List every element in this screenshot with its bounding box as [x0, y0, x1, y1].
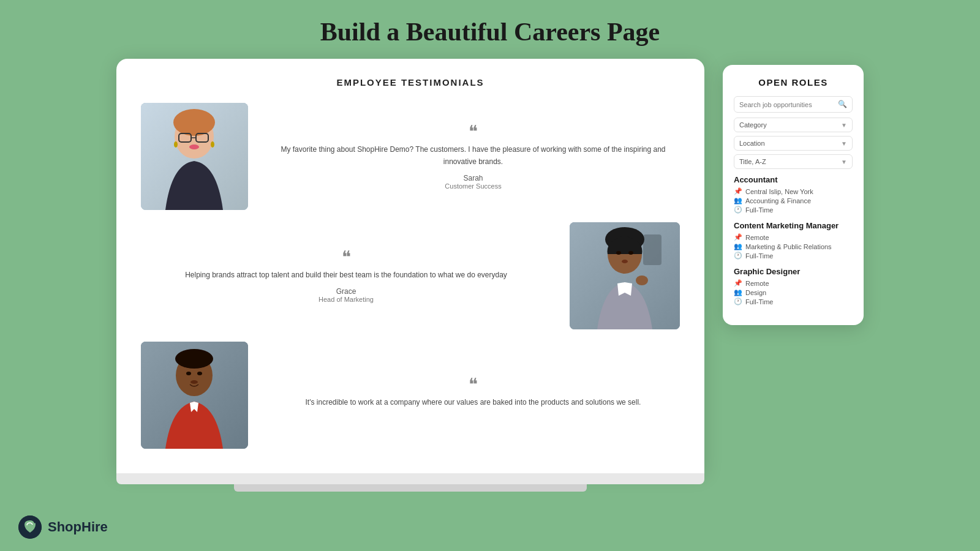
job-type-detail: 🕐 Full-Time — [734, 298, 853, 305]
job-title: Graphic Designer — [734, 267, 853, 276]
search-bar[interactable]: 🔍 — [734, 96, 853, 113]
job-listing-accountant[interactable]: Accountant 📌 Central Islip, New York 👥 A… — [734, 175, 853, 214]
title-filter[interactable]: Title, A-Z ▼ — [734, 154, 853, 169]
job-location-detail: 📌 Remote — [734, 279, 853, 287]
location-filter[interactable]: Location ▼ — [734, 136, 853, 151]
svg-point-23 — [186, 372, 191, 375]
testimonial-text-man: ❝ It's incredible to work at a company w… — [266, 370, 680, 421]
job-type-detail: 🕐 Full-Time — [734, 206, 853, 214]
job-title: Accountant — [734, 175, 853, 184]
job-listing-graphic-designer[interactable]: Graphic Designer 📌 Remote 👥 Design 🕐 Ful… — [734, 267, 853, 305]
logo-text: ShopHire — [48, 519, 108, 535]
people-icon: 👥 — [734, 197, 742, 204]
quote-body-grace: Helping brands attract top talent and bu… — [153, 269, 539, 281]
quote-body-sarah: My favorite thing about ShopHire Demo? T… — [279, 144, 668, 167]
open-roles-title: OPEN ROLES — [734, 77, 853, 88]
testimonial-photo-man — [141, 342, 248, 449]
job-category: Marketing & Public Relations — [745, 243, 832, 250]
quote-role-sarah: Customer Success — [279, 182, 668, 190]
job-listing-content-manager[interactable]: Content Marketing Manager 📌 Remote 👥 Mar… — [734, 221, 853, 260]
shophire-logo: ShopHire — [18, 515, 108, 539]
chevron-down-icon: ▼ — [841, 140, 847, 147]
job-category: Accounting & Finance — [745, 197, 811, 204]
job-category-detail: 👥 Marketing & Public Relations — [734, 242, 853, 250]
quote-mark-grace: ❝ — [153, 249, 539, 266]
people-icon: 👥 — [734, 288, 742, 296]
job-type: Full-Time — [745, 298, 773, 305]
page-title: Build a Beautiful Careers Page — [0, 0, 980, 59]
svg-point-17 — [622, 260, 628, 263]
job-location-detail: 📌 Remote — [734, 233, 853, 241]
testimonial-text-sarah: ❝ My favorite thing about ShopHire Demo?… — [266, 117, 680, 195]
svg-point-22 — [175, 349, 213, 369]
search-icon: 🔍 — [838, 100, 847, 109]
job-category: Design — [745, 289, 766, 296]
job-title: Content Marketing Manager — [734, 221, 853, 230]
chevron-down-icon: ▼ — [841, 122, 847, 129]
open-roles-panel: OPEN ROLES 🔍 Category ▼ Location ▼ Title… — [723, 65, 864, 325]
laptop-stand — [234, 484, 587, 492]
quote-role-grace: Head of Marketing — [153, 296, 539, 303]
svg-point-3 — [173, 109, 215, 136]
svg-rect-12 — [643, 234, 662, 265]
location-pin-icon: 📌 — [734, 279, 742, 287]
job-category-detail: 👥 Design — [734, 288, 853, 296]
logo-icon — [18, 515, 42, 539]
job-category-detail: 👥 Accounting & Finance — [734, 197, 853, 204]
job-type-detail: 🕐 Full-Time — [734, 252, 853, 260]
people-icon: 👥 — [734, 242, 742, 250]
main-layout: EMPLOYEE TESTIMONIALS — [0, 59, 980, 492]
svg-point-25 — [190, 380, 198, 384]
quote-author-grace: Grace — [153, 287, 539, 296]
svg-point-7 — [174, 141, 178, 148]
svg-point-8 — [211, 141, 214, 148]
testimonials-heading: EMPLOYEE TESTIMONIALS — [141, 77, 680, 88]
category-filter[interactable]: Category ▼ — [734, 118, 853, 132]
testimonial-row: ❝ My favorite thing about ShopHire Demo?… — [141, 103, 680, 210]
testimonial-photo-sarah — [141, 103, 248, 210]
svg-point-18 — [636, 276, 648, 285]
quote-author-sarah: Sarah — [279, 174, 668, 182]
job-location: Remote — [745, 280, 769, 287]
location-filter-label: Location — [739, 140, 765, 147]
laptop-screen: EMPLOYEE TESTIMONIALS — [116, 59, 704, 473]
quote-mark-man: ❝ — [279, 376, 668, 393]
job-type: Full-Time — [745, 206, 773, 214]
svg-point-24 — [197, 372, 202, 375]
svg-point-16 — [628, 251, 633, 255]
testimonial-row-grace: ❝ Helping brands attract top talent and … — [141, 222, 680, 329]
testimonial-photo-grace — [570, 222, 680, 329]
laptop-base — [116, 473, 704, 484]
category-filter-label: Category — [739, 121, 767, 129]
laptop-mockup: EMPLOYEE TESTIMONIALS — [116, 59, 704, 492]
location-pin-icon: 📌 — [734, 187, 742, 195]
location-pin-icon: 📌 — [734, 233, 742, 241]
job-location-detail: 📌 Central Islip, New York — [734, 187, 853, 195]
quote-body-man: It's incredible to work at a company whe… — [279, 397, 668, 408]
testimonial-row-man: ❝ It's incredible to work at a company w… — [141, 342, 680, 449]
svg-point-15 — [616, 251, 621, 255]
clock-icon: 🕐 — [734, 206, 742, 214]
job-location: Remote — [745, 234, 769, 241]
testimonial-text-grace: ❝ Helping brands attract top talent and … — [141, 242, 551, 309]
job-type: Full-Time — [745, 252, 773, 260]
job-location: Central Islip, New York — [745, 188, 813, 195]
title-filter-label: Title, A-Z — [739, 158, 766, 165]
chevron-down-icon: ▼ — [841, 159, 847, 165]
search-input[interactable] — [739, 101, 838, 108]
clock-icon: 🕐 — [734, 298, 742, 305]
svg-point-9 — [189, 144, 199, 149]
quote-mark: ❝ — [279, 123, 668, 140]
clock-icon: 🕐 — [734, 252, 742, 260]
